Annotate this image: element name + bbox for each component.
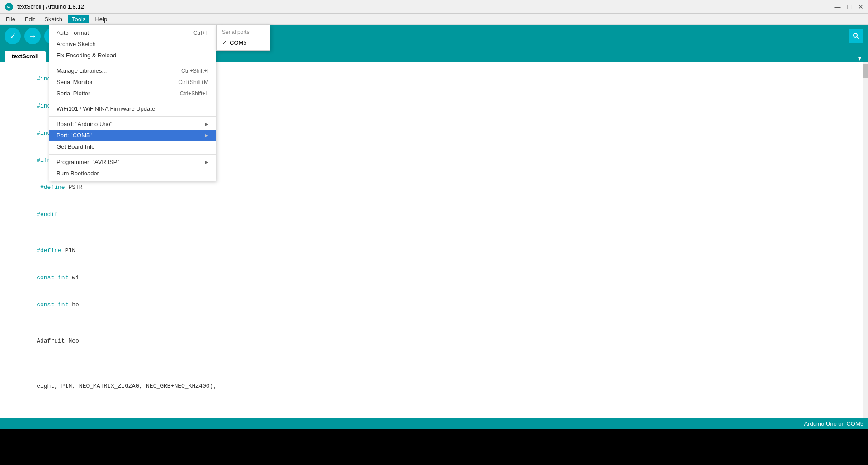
menu-sep-1 [49, 63, 216, 63]
menu-programmer[interactable]: Programmer: "AVR ISP" ▶ [49, 156, 216, 168]
svg-line-6 [857, 37, 859, 39]
svg-text:∞: ∞ [7, 5, 10, 9]
title-bar: ∞ textScroll | Arduino 1.8.12 — □ ✕ [0, 0, 868, 14]
svg-point-5 [854, 33, 857, 37]
menu-sep-4 [49, 154, 216, 155]
menu-edit[interactable]: Edit [21, 15, 38, 23]
programmer-submenu-arrow: ▶ [205, 160, 208, 164]
menu-fix-encoding[interactable]: Fix Encoding & Reload [49, 50, 216, 61]
upload-button[interactable]: → [24, 28, 41, 44]
menu-sep-3 [49, 116, 216, 117]
close-button[interactable]: ✕ [858, 3, 863, 10]
tabs-dropdown-arrow[interactable]: ▾ [858, 55, 861, 62]
port-com5-item[interactable]: ✓ COM5 [217, 37, 270, 48]
menu-get-board-info[interactable]: Get Board Info [49, 141, 216, 152]
menu-serial-plotter[interactable]: Serial Plotter Ctrl+Shift+L [49, 88, 216, 99]
board-info: Arduino Uno on COM5 [804, 420, 863, 427]
console-area [0, 429, 868, 465]
line-number: 14 [5, 384, 11, 390]
arduino-logo: ∞ [5, 2, 14, 11]
code-line-6: #endif [0, 201, 868, 228]
minimize-button[interactable]: — [835, 3, 841, 10]
menu-sketch[interactable]: Sketch [41, 15, 66, 23]
window-controls: — □ ✕ [835, 3, 863, 10]
verify-button[interactable]: ✓ [5, 28, 21, 44]
code-line-7 [0, 228, 868, 237]
menu-serial-monitor[interactable]: Serial Monitor Ctrl+Shift+M [49, 76, 216, 88]
code-line-10: const int he [0, 291, 868, 319]
port-submenu: Serial ports ✓ COM5 [216, 25, 270, 51]
code-line-15 [0, 400, 868, 409]
code-line-12: Adafruit_Neo [0, 328, 868, 355]
search-button[interactable] [849, 29, 863, 43]
code-line-8: #define PIN [0, 237, 868, 264]
port-submenu-header: Serial ports [217, 27, 270, 37]
port-submenu-arrow: ▶ [205, 133, 208, 138]
menu-auto-format[interactable]: Auto Format Ctrl+T [49, 27, 216, 38]
menu-board[interactable]: Board: "Arduino Uno" ▶ [49, 118, 216, 130]
menu-sep-2 [49, 101, 216, 101]
menu-port[interactable]: Port: "COM5" ▶ [49, 130, 216, 141]
menu-tools[interactable]: Tools [68, 15, 89, 23]
code-line-14: eight, PIN, NEO_MATRIX_ZIGZAG, NEO_GRB+N… [0, 364, 868, 400]
code-line-11 [0, 319, 868, 328]
menu-manage-libraries[interactable]: Manage Libraries... Ctrl+Shift+I [49, 65, 216, 76]
menu-help[interactable]: Help [91, 15, 111, 23]
scrollbar-thumb[interactable] [863, 64, 868, 78]
menu-burn-bootloader[interactable]: Burn Bootloader [49, 168, 216, 179]
title-text: textScroll | Arduino 1.8.12 [17, 3, 84, 10]
maximize-button[interactable]: □ [848, 3, 851, 10]
code-line-16: const uint16_t colors[] = {matrix.Color(… [0, 409, 868, 418]
menu-bar: File Edit Sketch Tools Help [0, 14, 868, 25]
code-line-9: const int wi [0, 264, 868, 291]
menu-file[interactable]: File [2, 15, 19, 23]
status-bar: 14 Arduino Uno on COM5 [0, 418, 868, 429]
menu-archive-sketch[interactable]: Archive Sketch [49, 38, 216, 50]
board-submenu-arrow: ▶ [205, 122, 208, 127]
menu-wifi-firmware[interactable]: WiFi101 / WiFiNINA Firmware Updater [49, 103, 216, 114]
tools-dropdown-menu: Auto Format Ctrl+T Archive Sketch Fix En… [49, 25, 216, 181]
tab-textscroll[interactable]: textScroll [5, 51, 46, 62]
port-com5-check: ✓ [222, 39, 227, 46]
editor-scrollbar[interactable] [863, 62, 868, 418]
code-line-13 [0, 355, 868, 364]
